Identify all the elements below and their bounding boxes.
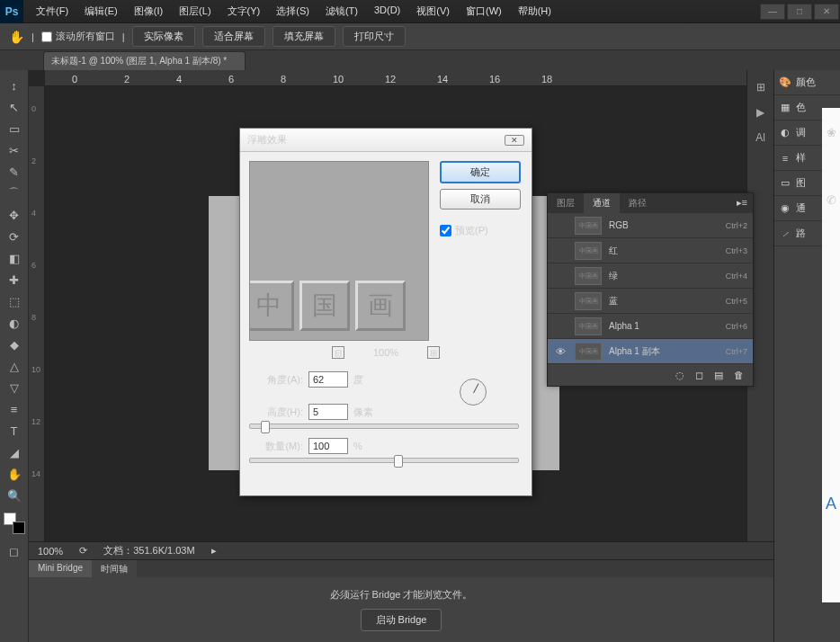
- channel-row[interactable]: 中国画红Ctrl+3: [548, 238, 753, 263]
- channel-row[interactable]: 中国画Alpha 1Ctrl+6: [548, 314, 753, 339]
- tool-13[interactable]: △: [4, 356, 25, 376]
- menu-window[interactable]: 窗口(W): [459, 1, 509, 22]
- launch-bridge-button[interactable]: 启动 Bridge: [361, 609, 442, 631]
- status-bar: 100% ⟳ 文档：351.6K/1.03M ▸: [29, 541, 773, 559]
- quickmask[interactable]: ◻: [4, 541, 25, 561]
- maximize-button[interactable]: □: [787, 4, 812, 20]
- height-label: 高度(H):: [249, 406, 303, 419]
- tool-19[interactable]: 🔍: [4, 486, 25, 505]
- angle-input[interactable]: [308, 371, 348, 388]
- height-slider[interactable]: [249, 424, 519, 429]
- menu-layer[interactable]: 图层(L): [172, 1, 218, 22]
- menu-type[interactable]: 文字(Y): [220, 1, 268, 22]
- tool-16[interactable]: T: [4, 421, 25, 441]
- panel-menu-icon[interactable]: ▸≡: [731, 193, 753, 213]
- tool-14[interactable]: ▽: [4, 378, 25, 397]
- strip-icon[interactable]: Al: [751, 128, 771, 147]
- tool-5[interactable]: ⌒: [4, 183, 25, 203]
- tool-17[interactable]: ◢: [4, 442, 25, 462]
- tool-0[interactable]: ↕: [4, 76, 25, 95]
- amount-input[interactable]: [308, 438, 348, 454]
- channel-row[interactable]: 中国画绿Ctrl+4: [548, 263, 753, 289]
- zoom-in-button[interactable]: ⊞: [427, 346, 440, 359]
- tool-12[interactable]: ◆: [4, 334, 25, 354]
- char-a-icon[interactable]: A: [826, 495, 836, 513]
- channel-shortcut: Ctrl+3: [726, 246, 747, 255]
- amount-slider[interactable]: [249, 458, 519, 463]
- menubar: 文件(F) 编辑(E) 图像(I) 图层(L) 文字(Y) 选择(S) 滤镜(T…: [23, 1, 559, 22]
- load-selection-icon[interactable]: ◌: [675, 370, 684, 381]
- minibridge-panel: 必须运行 Bridge 才能浏览文件。 启动 Bridge: [29, 577, 773, 642]
- angle-dial[interactable]: [460, 379, 487, 406]
- tab-channels[interactable]: 通道: [584, 193, 620, 213]
- preview-label: 预览(P): [455, 224, 488, 237]
- color-swatches[interactable]: [4, 513, 25, 534]
- bridge-message: 必须运行 Bridge 才能浏览文件。: [330, 588, 473, 602]
- zoom-out-button[interactable]: ⊟: [332, 346, 344, 359]
- menu-file[interactable]: 文件(F): [29, 1, 76, 22]
- phone-icon[interactable]: ✆: [827, 193, 836, 207]
- tool-1[interactable]: ↖: [4, 97, 25, 117]
- channel-thumb: 中国画: [575, 242, 602, 260]
- filter-preview[interactable]: 中国画: [249, 161, 429, 341]
- menu-view[interactable]: 视图(V): [409, 1, 457, 22]
- flower-icon[interactable]: ❀: [827, 126, 836, 139]
- menu-filter[interactable]: 滤镜(T): [318, 1, 365, 22]
- tab-paths[interactable]: 路径: [620, 193, 656, 213]
- preview-checkbox[interactable]: 预览(P): [440, 224, 521, 237]
- menu-help[interactable]: 帮助(H): [511, 1, 559, 22]
- channel-name: 红: [609, 245, 719, 257]
- hand-icon: ✋: [9, 30, 24, 44]
- amount-label: 数量(M):: [249, 440, 303, 453]
- tab-layers[interactable]: 图层: [548, 193, 584, 213]
- channel-name: Alpha 1: [609, 321, 719, 331]
- print-size-button[interactable]: 打印尺寸: [343, 26, 406, 47]
- delete-channel-icon[interactable]: 🗑: [734, 370, 744, 380]
- tool-7[interactable]: ⟳: [4, 227, 25, 246]
- cancel-button[interactable]: 取消: [440, 189, 521, 210]
- divider: |: [31, 31, 34, 42]
- menu-3d[interactable]: 3D(D): [367, 1, 407, 22]
- actual-pixels-button[interactable]: 实际像素: [132, 26, 195, 47]
- document-tab[interactable]: 未标题-1 @ 100% (图层 1, Alpha 1 副本/8) *: [43, 51, 246, 70]
- ok-button[interactable]: 确定: [440, 161, 521, 183]
- panel-0[interactable]: 🎨颜色: [774, 70, 840, 95]
- tool-4[interactable]: ✎: [4, 162, 25, 182]
- tool-3[interactable]: ✂: [4, 140, 25, 160]
- tool-18[interactable]: ✋: [4, 464, 25, 484]
- tab-minibridge[interactable]: Mini Bridge: [29, 560, 92, 577]
- tool-10[interactable]: ⬚: [4, 291, 25, 311]
- save-selection-icon[interactable]: ◻: [695, 370, 703, 381]
- strip-icon[interactable]: ⊞: [751, 77, 771, 97]
- tool-9[interactable]: ✚: [4, 270, 25, 290]
- channel-row[interactable]: 中国画蓝Ctrl+5: [548, 289, 753, 314]
- close-button[interactable]: ✕: [814, 4, 839, 20]
- strip-icon[interactable]: ▶: [751, 103, 771, 122]
- minimize-button[interactable]: —: [760, 4, 785, 20]
- channel-row[interactable]: 中国画RGBCtrl+2: [548, 213, 753, 238]
- external-sidebar: ❀ ✆ A: [822, 108, 840, 602]
- tool-2[interactable]: ▭: [4, 119, 25, 138]
- channel-shortcut: Ctrl+2: [726, 221, 747, 230]
- rotate-icon[interactable]: ⟳: [79, 545, 87, 557]
- menu-edit[interactable]: 编辑(E): [77, 1, 125, 22]
- menu-select[interactable]: 选择(S): [269, 1, 317, 22]
- tab-timeline[interactable]: 时间轴: [92, 560, 137, 577]
- zoom-level[interactable]: 100%: [38, 546, 63, 557]
- channel-name: 绿: [609, 270, 719, 282]
- tool-11[interactable]: ◐: [4, 313, 25, 333]
- visibility-icon[interactable]: 👁: [553, 346, 567, 357]
- channel-thumb: 中国画: [575, 317, 602, 335]
- tool-15[interactable]: ≡: [4, 399, 25, 419]
- tool-6[interactable]: ✥: [4, 205, 25, 225]
- fill-screen-button[interactable]: 填充屏幕: [273, 26, 335, 47]
- menu-image[interactable]: 图像(I): [127, 1, 170, 22]
- fit-screen-button[interactable]: 适合屏幕: [202, 26, 265, 47]
- tool-8[interactable]: ◧: [4, 248, 25, 268]
- channel-row[interactable]: 👁中国画Alpha 1 副本Ctrl+7: [548, 339, 753, 364]
- arrow-icon[interactable]: ▸: [211, 545, 217, 557]
- scroll-all-checkbox[interactable]: 滚动所有窗口: [41, 30, 115, 43]
- height-input[interactable]: [308, 404, 348, 420]
- dialog-close-button[interactable]: ✕: [505, 135, 524, 146]
- new-channel-icon[interactable]: ▤: [714, 370, 723, 381]
